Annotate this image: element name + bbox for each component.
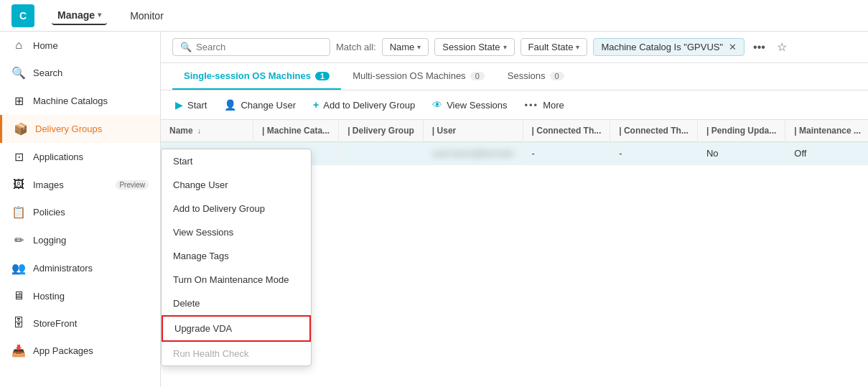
main-content: 🔍 Match all: Name ▾ Session State ▾ Faul… xyxy=(161,32,868,387)
context-menu-maintenance-mode-label: Turn On Maintenance Mode xyxy=(173,274,289,285)
app-logo: C xyxy=(11,4,34,27)
col-connected-th2-label: Connected Th... xyxy=(624,126,689,136)
search-input[interactable] xyxy=(196,42,322,52)
active-filter-tag-label: Machine Catalog Is "GPVUS" xyxy=(601,42,723,52)
filter-name-btn[interactable]: Name ▾ xyxy=(382,38,429,56)
filter-session-state-label: Session State xyxy=(442,42,500,52)
context-menu-maintenance-mode[interactable]: Turn On Maintenance Mode xyxy=(162,268,311,292)
context-menu-manage-tags[interactable]: Manage Tags xyxy=(162,244,311,268)
col-delivery-group: | Delivery Group xyxy=(339,120,424,142)
sidebar-item-applications[interactable]: ⊡ Applications xyxy=(0,143,160,171)
sidebar-item-policies[interactable]: 📋 Policies xyxy=(0,198,160,226)
cell-user-value: username@domain xyxy=(432,148,514,159)
tab-sessions-count: 0 xyxy=(550,72,564,80)
sidebar-item-label: Images xyxy=(33,179,108,190)
filter-session-state-btn[interactable]: Session State ▾ xyxy=(434,38,514,56)
sidebar-item-label: StoreFront xyxy=(33,318,149,329)
tab-multi-session[interactable]: Multi-session OS Machines 0 xyxy=(341,63,496,90)
change-user-icon: 👤 xyxy=(224,99,236,111)
context-menu-run-health-check-label: Run Health Check xyxy=(173,348,249,359)
context-menu-start-label: Start xyxy=(173,156,192,167)
sidebar-item-administrators[interactable]: 👥 Administrators xyxy=(0,254,160,282)
app-packages-icon: 📥 xyxy=(11,344,26,358)
context-menu-add-delivery-group[interactable]: Add to Delivery Group xyxy=(162,197,311,220)
sidebar-item-machine-catalogs[interactable]: ⊞ Machine Catalogs xyxy=(0,87,160,115)
nav-manage[interactable]: Manage ▾ xyxy=(52,6,107,25)
sidebar-item-label: Policies xyxy=(33,207,149,218)
more-button[interactable]: ••• More xyxy=(521,97,566,113)
change-user-button[interactable]: 👤 Change User xyxy=(221,96,299,113)
tab-single-session[interactable]: Single-session OS Machines 1 xyxy=(172,63,341,90)
start-label: Start xyxy=(187,100,207,111)
context-menu-change-user[interactable]: Change User xyxy=(162,173,311,197)
sidebar-item-delivery-groups[interactable]: 📦 Delivery Groups xyxy=(0,115,160,143)
context-menu-view-sessions[interactable]: View Sessions xyxy=(162,220,311,244)
hosting-icon: 🖥 xyxy=(11,289,26,302)
nav-manage-label: Manage xyxy=(57,9,95,21)
search-icon: 🔍 xyxy=(11,66,26,80)
sidebar-item-storefront[interactable]: 🗄 StoreFront xyxy=(0,309,160,337)
add-delivery-group-label: Add to Delivery Group xyxy=(323,100,415,111)
filter-fault-state-btn[interactable]: Fault State ▾ xyxy=(521,38,588,56)
sidebar-item-label: Home xyxy=(33,40,149,51)
filter-name-label: Name xyxy=(390,42,415,52)
context-menu-delete[interactable]: Delete xyxy=(162,292,311,315)
cell-connected-th2: - xyxy=(610,142,698,165)
cell-delivery-group xyxy=(339,142,424,165)
more-icon: ••• xyxy=(524,100,538,111)
table-wrapper: Name ↓ | Machine Cata... | Delivery Grou… xyxy=(161,120,868,165)
sidebar-item-label: App Packages xyxy=(33,345,149,356)
context-menu-manage-tags-label: Manage Tags xyxy=(173,251,229,261)
context-menu-upgrade-vda[interactable]: Upgrade VDA xyxy=(162,315,311,342)
col-name-label: Name xyxy=(169,126,193,136)
filter-session-state-chevron: ▾ xyxy=(503,43,507,51)
policies-icon: 📋 xyxy=(11,205,26,219)
images-icon: 🖼 xyxy=(11,178,26,191)
sidebar-item-images[interactable]: 🖼 Images Preview xyxy=(0,171,160,198)
top-bar: C Manage ▾ Monitor xyxy=(0,0,868,32)
start-button[interactable]: ▶ Start xyxy=(172,96,210,113)
nav-monitor-label: Monitor xyxy=(130,10,164,22)
tab-row: Single-session OS Machines 1 Multi-sessi… xyxy=(161,63,868,90)
storefront-icon: 🗄 xyxy=(11,317,26,330)
context-menu-upgrade-vda-label: Upgrade VDA xyxy=(174,323,232,334)
sidebar-item-home[interactable]: ⌂ Home xyxy=(0,32,160,59)
view-sessions-icon: 👁 xyxy=(432,99,442,111)
sidebar-item-search[interactable]: 🔍 Search xyxy=(0,59,160,87)
nav-monitor[interactable]: Monitor xyxy=(124,7,169,24)
context-menu-delete-label: Delete xyxy=(173,298,200,309)
filter-fault-state-chevron: ▾ xyxy=(576,43,579,51)
view-sessions-button[interactable]: 👁 View Sessions xyxy=(429,96,510,113)
action-bar: ▶ Start 👤 Change User + Add to Delivery … xyxy=(161,90,868,120)
cell-pending-upda: No xyxy=(697,142,785,165)
machine-catalogs-icon: ⊞ xyxy=(11,94,26,108)
sidebar-item-logging[interactable]: ✏ Logging xyxy=(0,226,160,254)
context-menu-start[interactable]: Start xyxy=(162,149,311,173)
col-pipe: | xyxy=(347,126,353,136)
add-delivery-group-button[interactable]: + Add to Delivery Group xyxy=(310,96,418,113)
col-machine-catalog-label: Machine Cata... xyxy=(267,126,330,136)
tab-single-session-label: Single-session OS Machines xyxy=(184,70,311,81)
context-menu-change-user-label: Change User xyxy=(173,179,228,190)
add-icon: + xyxy=(313,99,319,111)
col-pipe: | xyxy=(706,126,711,136)
col-connected-th2: | Connected Th... xyxy=(610,120,698,142)
tab-multi-session-label: Multi-session OS Machines xyxy=(353,70,466,81)
favorite-btn[interactable]: ☆ xyxy=(774,37,790,57)
delivery-groups-icon: 📦 xyxy=(14,122,28,136)
tab-sessions-label: Sessions xyxy=(508,70,546,81)
col-pipe: | xyxy=(432,126,437,136)
sidebar-item-label: Applications xyxy=(33,151,149,162)
more-options-btn[interactable]: ••• xyxy=(750,38,768,57)
tab-sessions[interactable]: Sessions 0 xyxy=(496,63,576,90)
col-connected-th1-label: Connected Th... xyxy=(536,126,601,136)
search-box[interactable]: 🔍 xyxy=(172,38,330,56)
sidebar-item-app-packages[interactable]: 📥 App Packages xyxy=(0,337,160,365)
cell-user: username@domain xyxy=(423,142,523,165)
col-pipe: | xyxy=(619,126,624,136)
active-filter-close-icon[interactable]: ✕ xyxy=(729,42,737,52)
sidebar-item-hosting[interactable]: 🖥 Hosting xyxy=(0,282,160,309)
applications-icon: ⊡ xyxy=(11,150,26,164)
change-user-label: Change User xyxy=(241,100,296,111)
sidebar: ⌂ Home 🔍 Search ⊞ Machine Catalogs 📦 Del… xyxy=(0,32,161,387)
